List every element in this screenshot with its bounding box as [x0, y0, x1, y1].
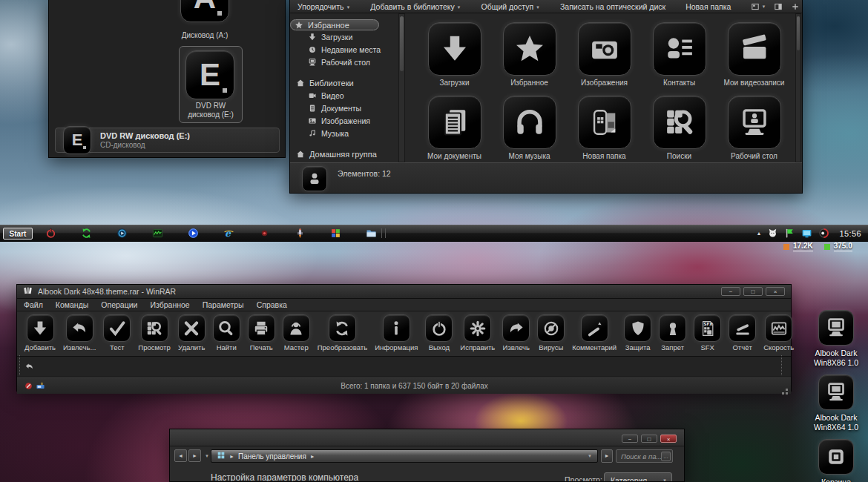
rar-tool-8[interactable]: Преобразовать — [314, 311, 371, 351]
explorer-toolbar-item-2[interactable]: Общий доступ ▼ — [481, 2, 540, 11]
rar-tool-17[interactable]: SFXSFX — [690, 311, 725, 351]
drive-item-e[interactable]: EDVD RW дисковод (E:) — [179, 46, 243, 123]
rar-tool-2[interactable]: Тест — [99, 311, 134, 351]
sidebar-item-6[interactable]: Документы — [290, 102, 398, 114]
rar-tool-16[interactable]: Запрет — [655, 311, 690, 351]
rar-tool-15[interactable]: Защита — [620, 311, 655, 351]
sidebar-item-0[interactable]: Избранное — [290, 19, 379, 30]
sidebar-scrollbar[interactable] — [398, 13, 405, 162]
sidebar-item-2[interactable]: Недавние места — [290, 43, 398, 56]
rar-tool-11[interactable]: Исправить — [456, 311, 499, 351]
file-item-4[interactable]: Мои видеозаписи — [717, 22, 792, 87]
breadcrumb-arrow[interactable]: ► — [310, 454, 315, 459]
forward-button[interactable]: ► — [188, 449, 201, 462]
preview-pane-button[interactable] — [774, 2, 783, 11]
views-button[interactable]: ▼ — [751, 2, 766, 11]
explorer-toolbar-item-4[interactable]: Новая папка — [685, 2, 731, 11]
refresh-button[interactable]: ► — [601, 449, 613, 463]
explorer-toolbar-item-0[interactable]: Упорядочить ▼ — [297, 2, 350, 11]
desktop-icon-1[interactable]: Albook DarkWin8X64 1.0 — [808, 374, 864, 432]
taskbar-icon-tbPower[interactable] — [45, 228, 56, 239]
cp-maximize-button[interactable]: □ — [641, 435, 657, 443]
up-directory-icon[interactable] — [24, 361, 34, 374]
clock[interactable]: 15:56 — [839, 229, 861, 238]
tray-icon-trayVolume[interactable] — [818, 228, 829, 239]
sidebar-item-5[interactable]: Видео — [290, 89, 398, 102]
file-item-2[interactable]: Изображения — [567, 22, 642, 87]
rar-tool-14[interactable]: Комментарий — [568, 311, 620, 351]
start-button[interactable]: Start — [3, 228, 33, 240]
cp-close-button[interactable]: × — [660, 435, 677, 443]
sidebar-item-7[interactable]: Изображения — [290, 114, 398, 127]
tray-icon-trayFlag[interactable] — [784, 228, 795, 239]
view-dropdown[interactable]: Категория ▼ — [604, 472, 672, 482]
rar-tool-5[interactable]: Найти — [209, 311, 244, 351]
rar-tool-4[interactable]: Удалить — [174, 311, 209, 351]
desktop-icon-label: Albook DarkWin8X86 1.0 — [814, 349, 858, 367]
taskbar-icon-tbVideo[interactable] — [152, 228, 163, 239]
winrar-file-list[interactable] — [17, 356, 791, 377]
search-options-button[interactable]: … — [661, 452, 671, 461]
rar-tool-label: Выход — [429, 343, 450, 351]
rar-tool-7[interactable]: Мастер — [279, 311, 314, 351]
rar-tool-13[interactable]: Вирусы — [533, 311, 568, 351]
sidebar-item-1[interactable]: Загрузки — [290, 30, 398, 43]
file-item-3[interactable]: Контакты — [642, 22, 717, 87]
rar-menu-5[interactable]: Справка — [257, 300, 287, 309]
desktop-icon-2[interactable]: Корзина — [808, 439, 864, 482]
rar-tool-3[interactable]: Просмотр — [134, 311, 174, 351]
desktop-icon-0[interactable]: Albook DarkWin8X86 1.0 — [808, 310, 864, 367]
file-item-9[interactable]: Рабочий стол — [717, 96, 792, 160]
rar-menu-3[interactable]: Избранное — [150, 300, 189, 309]
rar-tool-1[interactable]: Извлечь... — [59, 311, 99, 351]
taskbar-icon-tbIe[interactable]: e — [223, 228, 234, 239]
sidebar-item-8[interactable]: Музыка — [290, 127, 398, 139]
address-bar[interactable]: ► Панель управления ► ▼ — [211, 449, 598, 463]
recent-pages-dropdown[interactable]: ▼ — [205, 454, 209, 458]
file-item-6[interactable]: Моя музыка — [492, 96, 567, 160]
rar-tool-12[interactable]: Извлечь — [499, 311, 533, 351]
rar-tool-18[interactable]: Отчёт — [725, 311, 760, 351]
rar-menu-1[interactable]: Команды — [56, 300, 89, 309]
file-item-7[interactable]: Новая папка — [567, 96, 642, 160]
taskbar-icon-tbPlay[interactable] — [188, 228, 199, 239]
taskbar-icon-tbMedia[interactable] — [116, 228, 128, 239]
close-button[interactable]: × — [766, 287, 785, 296]
rar-menu-2[interactable]: Операции — [101, 300, 137, 309]
sidebar-item-4[interactable]: Библиотеки — [290, 76, 398, 89]
file-item-1[interactable]: Избранное — [492, 22, 567, 87]
sidebar-item-9[interactable]: Домашняя группа — [290, 148, 398, 160]
taskbar-icon-tbWin[interactable] — [330, 228, 341, 239]
rar-tool-9[interactable]: Информация — [371, 311, 421, 351]
explorer-toolbar-item-1[interactable]: Добавить в библиотеку ▼ — [370, 2, 461, 11]
breadcrumb-arrow[interactable]: ► — [229, 454, 234, 459]
rar-menu-4[interactable]: Параметры — [203, 300, 244, 309]
taskbar-icon-tbRecorder[interactable] — [259, 228, 270, 239]
maximize-button[interactable]: □ — [743, 287, 763, 296]
taskbar-icon-tbFolder[interactable] — [366, 228, 377, 239]
help-button[interactable] — [791, 2, 800, 11]
minimize-button[interactable]: − — [721, 287, 740, 296]
rar-tool-0[interactable]: Добавить — [21, 311, 59, 351]
tray-icon-trayDisplay[interactable] — [801, 228, 812, 239]
address-dropdown[interactable]: ▼ — [588, 454, 592, 458]
file-item-0[interactable]: Загрузки — [417, 22, 492, 87]
search-box[interactable]: Поиск в па... … — [616, 449, 673, 463]
main-scrollbar[interactable] — [795, 13, 801, 162]
rar-menu-0[interactable]: Файл — [24, 300, 43, 309]
taskbar-icon-tbRocket[interactable] — [295, 228, 306, 239]
rar-tool-6[interactable]: Печать — [244, 311, 279, 351]
tray-icon-trayAnimal[interactable] — [767, 228, 778, 239]
cp-minimize-button[interactable]: − — [622, 435, 638, 443]
taskbar-icon-tbRefresh[interactable] — [81, 228, 92, 239]
file-item-8[interactable]: Поиски — [642, 96, 717, 160]
explorer-toolbar-item-3[interactable]: Записать на оптический диск — [560, 2, 665, 11]
breadcrumb[interactable]: Панель управления — [238, 452, 306, 460]
sidebar-item-3[interactable]: Рабочий стол — [290, 56, 398, 68]
rar-tool-19[interactable]: Скорость — [760, 311, 798, 351]
file-item-5[interactable]: Мои документы — [417, 96, 492, 160]
hidden-icons-chevron[interactable]: ▲ — [757, 231, 762, 236]
back-button[interactable]: ◄ — [174, 449, 187, 462]
rar-tool-10[interactable]: Выход — [421, 311, 456, 351]
resize-grip[interactable] — [786, 389, 788, 391]
